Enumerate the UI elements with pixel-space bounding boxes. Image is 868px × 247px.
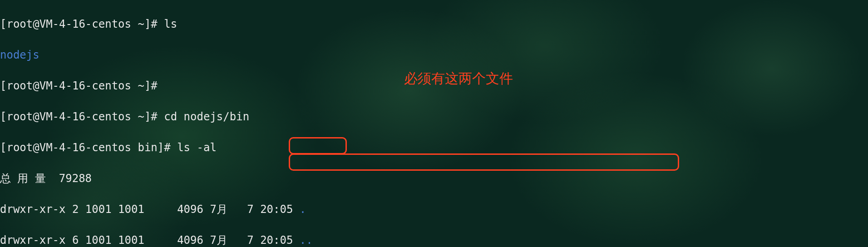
prompt-line-3: [root@VM-4-16-centos ~]# cd nodejs/bin [0, 109, 868, 124]
ls-row-dotdot: drwxr-xr-x 6 1001 1001 4096 7月 7 20:05 .… [0, 232, 868, 247]
ls-result-nodejs: nodejs [0, 47, 868, 63]
command-cd: cd nodejs/bin [164, 110, 249, 123]
prompt-line-1: [root@VM-4-16-centos ~]# ls [0, 16, 868, 32]
terminal-output[interactable]: [root@VM-4-16-centos ~]# ls nodejs [root… [0, 1, 868, 247]
command-ls-al: ls -al [177, 141, 217, 154]
ls-row-dot: drwxr-xr-x 2 1001 1001 4096 7月 7 20:05 . [0, 202, 868, 217]
annotation-text: 必须有这两个文件 [404, 71, 513, 86]
command-ls: ls [164, 18, 177, 30]
total-line: 总 用 量 79288 [0, 171, 868, 186]
prompt-line-4: [root@VM-4-16-centos bin]# ls -al [0, 140, 868, 155]
